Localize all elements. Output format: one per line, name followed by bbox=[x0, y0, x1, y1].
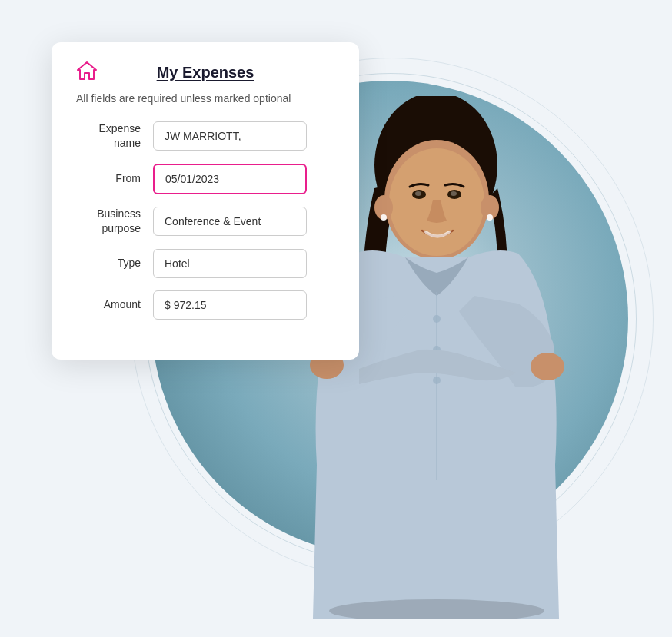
from-row: From bbox=[76, 164, 334, 194]
amount-label: Amount bbox=[76, 297, 153, 313]
home-icon bbox=[76, 61, 98, 84]
card-subtitle: All fields are required unless marked op… bbox=[76, 92, 334, 105]
svg-point-8 bbox=[451, 191, 457, 196]
card-title: My Expenses bbox=[157, 64, 254, 81]
svg-point-16 bbox=[433, 377, 441, 384]
business-purpose-input[interactable] bbox=[153, 207, 307, 236]
from-label: From bbox=[76, 171, 153, 187]
expense-name-input[interactable] bbox=[153, 121, 307, 151]
amount-input[interactable] bbox=[153, 290, 307, 320]
from-date-input[interactable] bbox=[153, 164, 307, 194]
svg-point-18 bbox=[531, 353, 564, 380]
svg-point-11 bbox=[487, 214, 493, 221]
business-purpose-row: Businesspurpose bbox=[76, 207, 334, 237]
type-input[interactable] bbox=[153, 249, 307, 278]
scene: My Expenses All fields are required unle… bbox=[36, 19, 636, 619]
svg-point-14 bbox=[433, 315, 441, 323]
amount-row: Amount bbox=[76, 290, 334, 320]
expense-name-label: Expensename bbox=[76, 121, 153, 151]
business-purpose-label: Businesspurpose bbox=[76, 207, 153, 237]
expense-name-row: Expensename bbox=[76, 121, 334, 151]
type-row: Type bbox=[76, 249, 334, 278]
svg-point-12 bbox=[381, 214, 387, 221]
type-label: Type bbox=[76, 256, 153, 271]
form-card: My Expenses All fields are required unle… bbox=[52, 42, 359, 360]
card-header: My Expenses bbox=[76, 64, 334, 81]
svg-point-7 bbox=[415, 191, 421, 196]
